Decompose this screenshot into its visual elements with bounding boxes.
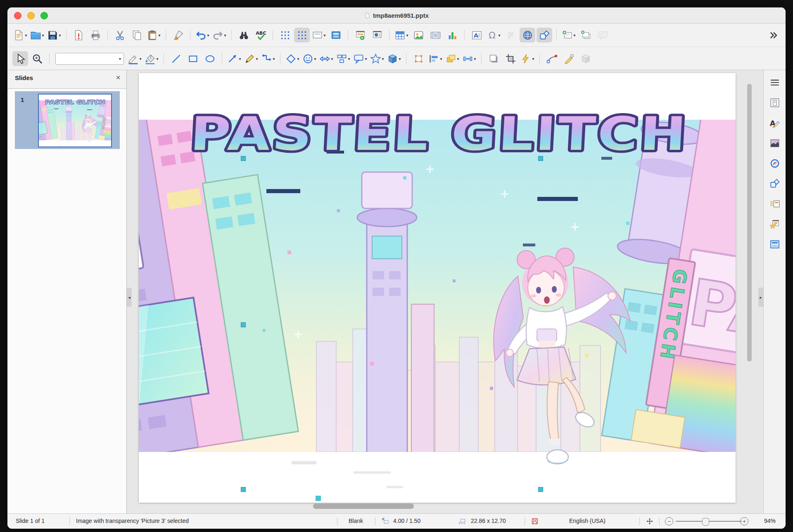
show-gluepoint-functions[interactable]: [561, 51, 577, 66]
spellcheck-icon: [255, 30, 266, 41]
rotate[interactable]: [411, 51, 426, 66]
duplicate-slide[interactable]: [578, 28, 594, 43]
zoom-slider-thumb[interactable]: [702, 518, 709, 526]
image-filter[interactable]: ▾: [520, 51, 535, 66]
slide-thumbnail-row[interactable]: 1: [15, 91, 120, 149]
distribute-selection[interactable]: ▾: [461, 51, 477, 66]
vertical-scrollbar[interactable]: [747, 84, 752, 362]
master-slides-deck[interactable]: [767, 238, 782, 251]
zoom-level-status[interactable]: 94%: [764, 514, 776, 528]
flowchart-shapes[interactable]: ▾: [335, 51, 351, 66]
selection-handle-middle-left[interactable]: [241, 322, 246, 327]
snap-to-grid[interactable]: [294, 28, 310, 43]
toolbar-overflow[interactable]: [765, 28, 781, 43]
clone-formatting[interactable]: [170, 28, 186, 43]
crop-image[interactable]: [503, 51, 518, 66]
redo[interactable]: ▾: [211, 28, 227, 43]
lines-and-arrows[interactable]: ▾: [226, 51, 242, 66]
insert-chart[interactable]: [444, 28, 460, 43]
insert-hyperlink[interactable]: [520, 28, 535, 43]
collapse-sidebar-arrow[interactable]: ▸: [758, 288, 763, 307]
horizontal-scrollbar[interactable]: [313, 504, 414, 509]
undo[interactable]: ▾: [195, 28, 210, 43]
slide-layout-status[interactable]: Blank: [349, 514, 363, 528]
insert-media[interactable]: [427, 28, 443, 43]
close-panel-button[interactable]: ✕: [116, 74, 121, 81]
slide-1[interactable]: [139, 73, 736, 503]
sidebar-settings[interactable]: [767, 76, 782, 89]
fill-color[interactable]: ▾: [144, 51, 159, 66]
fit-slide-icon[interactable]: [646, 518, 653, 525]
basic-shapes[interactable]: ▾: [285, 51, 300, 66]
insert-text-box[interactable]: [469, 28, 484, 43]
selection-handle-bottom-left[interactable]: [241, 487, 246, 492]
slide-transition-deck[interactable]: [767, 197, 782, 210]
slide-thumbnail[interactable]: [38, 94, 112, 147]
save[interactable]: ▾: [46, 28, 62, 43]
line-style-combo[interactable]: ▾: [55, 53, 124, 65]
copy[interactable]: [129, 28, 145, 43]
line-color[interactable]: ▾: [127, 51, 142, 66]
selection-handle-top-center[interactable]: [538, 156, 543, 161]
unsaved-changes-icon[interactable]: [531, 518, 539, 525]
navigator-deck[interactable]: [767, 157, 782, 170]
open[interactable]: ▾: [29, 28, 45, 43]
new-slide[interactable]: [328, 28, 344, 43]
insert-fontwork[interactable]: [503, 28, 518, 43]
dropdown-arrow-icon: ▾: [256, 57, 258, 61]
chart-icon: [447, 30, 458, 41]
insert-line[interactable]: [168, 51, 184, 66]
titlebar[interactable]: tmp8aem6951.pptx: [7, 7, 786, 24]
dropdown-arrow-icon: ▾: [139, 57, 141, 61]
presentation-settings[interactable]: [369, 28, 385, 43]
arrange[interactable]: ▾: [444, 51, 460, 66]
cut[interactable]: [112, 28, 128, 43]
gallery-deck[interactable]: [767, 137, 782, 150]
language-status[interactable]: English (USA): [569, 514, 605, 528]
shapes-icon: [539, 30, 550, 41]
selection-handle-bottom-center[interactable]: [538, 487, 543, 492]
animation-deck[interactable]: [767, 218, 782, 231]
select[interactable]: [12, 51, 28, 66]
export-pdf[interactable]: [71, 28, 86, 43]
zoom-out-button[interactable]: −: [665, 517, 673, 525]
ellipse[interactable]: [202, 51, 218, 66]
insert-image[interactable]: [411, 28, 426, 43]
styles-deck[interactable]: [767, 116, 782, 130]
display-grid[interactable]: [277, 28, 293, 43]
shapes-deck[interactable]: [767, 177, 782, 190]
align-objects[interactable]: ▾: [427, 51, 443, 66]
block-arrows[interactable]: ▾: [318, 51, 334, 66]
dropdown-arrow-icon: ▾: [474, 57, 476, 61]
master-slide[interactable]: ▾: [311, 28, 327, 43]
paste[interactable]: ▾: [146, 28, 161, 43]
print[interactable]: [88, 28, 103, 43]
insert-comment[interactable]: [595, 28, 610, 43]
toggle-extrusion[interactable]: [578, 51, 594, 66]
callout-shapes[interactable]: ▾: [352, 51, 368, 66]
properties-deck[interactable]: [767, 96, 782, 109]
connectors[interactable]: ▾: [260, 51, 276, 66]
new-page[interactable]: ▾: [561, 28, 577, 43]
shadow[interactable]: [486, 51, 501, 66]
insert-special-character[interactable]: ▾: [486, 28, 501, 43]
rectangle[interactable]: [185, 51, 201, 66]
collapse-slides-panel-arrow[interactable]: ◂: [127, 288, 132, 307]
insert-table[interactable]: ▾: [394, 28, 409, 43]
connector-icon: [261, 53, 272, 64]
new-document[interactable]: ▾: [12, 28, 28, 43]
start-from-first-slide[interactable]: [352, 28, 368, 43]
find-and-replace[interactable]: [236, 28, 252, 43]
spelling[interactable]: [253, 28, 268, 43]
align-icon: [428, 53, 439, 64]
3d-objects[interactable]: ▾: [386, 51, 402, 66]
zoom-and-pan[interactable]: [29, 51, 45, 66]
stars-and-banners[interactable]: ▾: [369, 51, 385, 66]
show-draw-functions[interactable]: [537, 28, 552, 43]
symbol-shapes[interactable]: ▾: [302, 51, 317, 66]
edit-canvas[interactable]: ◂ ▸: [127, 70, 763, 514]
selection-handle-top-left[interactable]: [241, 156, 246, 161]
zoom-in-button[interactable]: +: [740, 517, 748, 525]
curves-and-polygons[interactable]: ▾: [243, 51, 259, 66]
edit-points[interactable]: [544, 51, 560, 66]
